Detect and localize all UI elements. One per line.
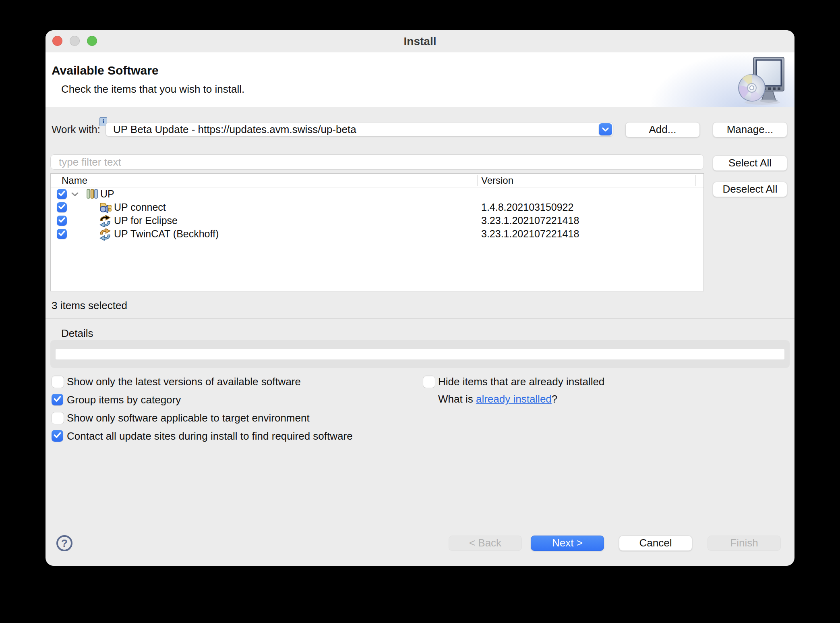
dialog-header: Available Software Check the items that … bbox=[46, 52, 794, 107]
next-button[interactable]: Next > bbox=[531, 536, 604, 551]
work-with-combo[interactable]: UP Beta Update - https://updates.avm.swi… bbox=[106, 122, 613, 137]
monitor-cd-icon bbox=[738, 56, 786, 105]
details-text-area[interactable] bbox=[56, 349, 784, 359]
option-label: Show only the latest versions of availab… bbox=[67, 376, 301, 388]
help-button[interactable]: ? bbox=[56, 535, 72, 551]
page-subtitle: Check the items that you wish to install… bbox=[61, 83, 244, 96]
finish-button[interactable]: Finish bbox=[708, 536, 781, 551]
add-button[interactable]: Add... bbox=[625, 122, 700, 137]
feature-update-icon bbox=[99, 215, 112, 227]
row-label: UP bbox=[100, 187, 114, 201]
expander-chevron-icon[interactable] bbox=[71, 192, 79, 197]
option-label: Group items by category bbox=[67, 394, 181, 406]
check-icon bbox=[58, 204, 65, 210]
option-label: Show only software applicable to target … bbox=[67, 412, 310, 424]
separator bbox=[46, 318, 794, 319]
row-label: UP connect bbox=[114, 201, 166, 214]
filter-input[interactable] bbox=[50, 154, 704, 170]
checkbox[interactable] bbox=[52, 394, 63, 405]
link-suffix: ? bbox=[552, 393, 557, 405]
what-is-installed-line: What is already installed? bbox=[438, 393, 557, 405]
tree-row-up-twincat[interactable]: UP TwinCAT (Beckhoff) 3.23.1.20210722141… bbox=[51, 227, 703, 241]
row-version: 3.23.1.202107221418 bbox=[481, 214, 579, 227]
column-divider[interactable] bbox=[477, 175, 478, 186]
page-title: Available Software bbox=[52, 64, 159, 77]
row-label: UP TwinCAT (Beckhoff) bbox=[114, 227, 219, 241]
tree-row-up-for-eclipse[interactable]: UP for Eclipse 3.23.1.202107221418 bbox=[51, 214, 703, 227]
option-label: Contact all update sites during install … bbox=[67, 430, 353, 442]
check-icon bbox=[58, 231, 65, 236]
check-icon bbox=[54, 396, 61, 402]
check-icon bbox=[58, 217, 65, 223]
selection-status: 3 items selected bbox=[52, 299, 127, 312]
software-table: Name Version bbox=[50, 173, 704, 291]
install-dialog: Install Available Software Check the ite… bbox=[46, 30, 794, 566]
check-icon bbox=[58, 191, 65, 196]
checkbox[interactable] bbox=[52, 412, 64, 424]
title-bar[interactable]: Install bbox=[46, 30, 794, 52]
checkbox[interactable] bbox=[52, 376, 64, 388]
check-icon bbox=[54, 432, 61, 438]
row-checkbox[interactable] bbox=[57, 216, 67, 226]
option-label: Hide items that are already installed bbox=[438, 376, 604, 388]
column-header-name[interactable]: Name bbox=[62, 174, 87, 187]
checkbox[interactable] bbox=[423, 376, 435, 388]
work-with-label: Work with: bbox=[52, 122, 100, 137]
tree-row-category-up[interactable]: UP bbox=[51, 187, 703, 201]
manage-button[interactable]: Manage... bbox=[713, 122, 787, 137]
footer-separator bbox=[46, 524, 794, 524]
row-checkbox[interactable] bbox=[57, 189, 67, 199]
row-label: UP for Eclipse bbox=[114, 214, 178, 227]
already-installed-link[interactable]: already installed bbox=[476, 393, 552, 405]
row-version: 1.4.8.202103150922 bbox=[481, 201, 573, 214]
select-all-button[interactable]: Select All bbox=[713, 156, 787, 171]
checkbox[interactable] bbox=[52, 430, 63, 442]
chevron-down-icon bbox=[602, 127, 609, 132]
tree-row-up-connect[interactable]: UP connect 1.4.8.202103150922 bbox=[51, 201, 703, 214]
table-header: Name Version bbox=[51, 174, 703, 187]
category-icon bbox=[87, 189, 98, 199]
deselect-all-button[interactable]: Deselect All bbox=[713, 182, 787, 197]
details-group bbox=[50, 340, 790, 368]
back-button[interactable]: < Back bbox=[449, 536, 522, 551]
row-checkbox[interactable] bbox=[57, 229, 67, 239]
row-checkbox[interactable] bbox=[57, 202, 67, 212]
screen: Install Available Software Check the ite… bbox=[0, 0, 840, 623]
link-prefix: What is bbox=[438, 393, 476, 405]
column-header-version[interactable]: Version bbox=[481, 174, 513, 187]
feature-update-icon bbox=[99, 228, 112, 241]
row-version: 3.23.1.202107221418 bbox=[481, 227, 579, 241]
cancel-button[interactable]: Cancel bbox=[619, 536, 692, 551]
combo-dropdown-button[interactable] bbox=[599, 123, 612, 135]
column-divider[interactable] bbox=[695, 175, 696, 186]
window-title: Install bbox=[46, 30, 794, 52]
details-label: Details bbox=[61, 327, 93, 340]
feature-connect-icon bbox=[99, 202, 112, 214]
